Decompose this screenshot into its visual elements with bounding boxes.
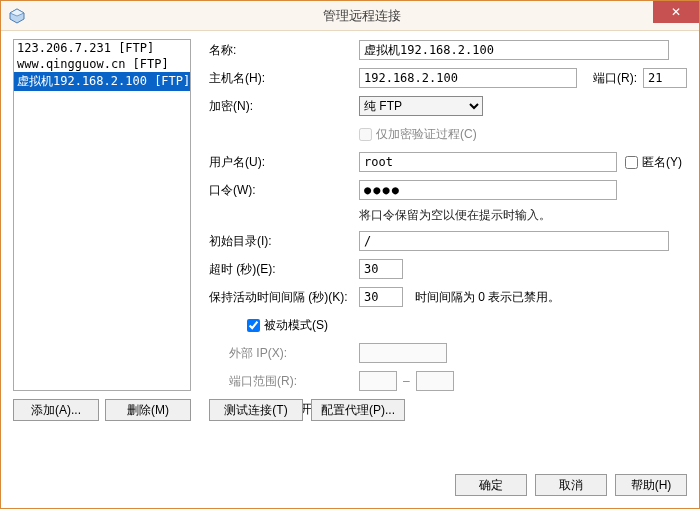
label-initdir: 初始目录(I): [209, 233, 359, 250]
timeout-input[interactable] [359, 259, 403, 279]
list-item[interactable]: www.qingguow.cn [FTP] [14, 56, 190, 72]
keepalive-input[interactable] [359, 287, 403, 307]
label-password: 口令(W): [209, 182, 359, 199]
portrange-from-input [359, 371, 397, 391]
label-host: 主机名(H): [209, 70, 359, 87]
close-icon: ✕ [671, 5, 681, 19]
passive-check[interactable] [247, 319, 260, 332]
anonymous-check[interactable] [625, 156, 638, 169]
encryption-select[interactable]: 纯 FTP [359, 96, 483, 116]
form-panel: 名称: 主机名(H): 端口(R): 加密(N): 纯 FTP 仅加密验证 [209, 39, 687, 426]
passive-checkbox[interactable]: 被动模式(S) [247, 317, 328, 334]
password-hint: 将口令保留为空以便在提示时输入。 [359, 207, 687, 224]
connection-list[interactable]: 123.206.7.231 [FTP]www.qingguow.cn [FTP]… [13, 39, 191, 391]
cancel-button[interactable]: 取消 [535, 474, 607, 496]
username-input[interactable] [359, 152, 617, 172]
name-input[interactable] [359, 40, 669, 60]
dialog-window: 管理远程连接 ✕ 123.206.7.231 [FTP]www.qingguow… [0, 0, 700, 509]
titlebar: 管理远程连接 ✕ [1, 1, 699, 31]
port-input[interactable] [643, 68, 687, 88]
initdir-input[interactable] [359, 231, 669, 251]
keepalive-hint: 时间间隔为 0 表示已禁用。 [415, 289, 560, 306]
list-item[interactable]: 虚拟机192.168.2.100 [FTP] [14, 72, 190, 91]
window-title: 管理远程连接 [25, 7, 699, 25]
label-username: 用户名(U): [209, 154, 359, 171]
label-name: 名称: [209, 42, 359, 59]
configure-proxy-button[interactable]: 配置代理(P)... [311, 399, 405, 421]
only-encrypt-auth-checkbox[interactable]: 仅加密验证过程(C) [359, 126, 477, 143]
ok-button[interactable]: 确定 [455, 474, 527, 496]
extip-input [359, 343, 447, 363]
delete-button[interactable]: 删除(M) [105, 399, 191, 421]
close-button[interactable]: ✕ [653, 1, 699, 23]
portrange-to-input [416, 371, 454, 391]
dialog-buttons: 确定 取消 帮助(H) [455, 474, 687, 496]
label-port: 端口(R): [577, 70, 643, 87]
test-connection-button[interactable]: 测试连接(T) [209, 399, 303, 421]
anonymous-checkbox[interactable]: 匿名(Y) [625, 154, 682, 171]
content-area: 123.206.7.231 [FTP]www.qingguow.cn [FTP]… [13, 39, 687, 496]
add-button[interactable]: 添加(A)... [13, 399, 99, 421]
label-keepalive: 保持活动时间间隔 (秒)(K): [209, 289, 359, 306]
password-input[interactable] [359, 180, 617, 200]
range-dash: – [403, 374, 410, 388]
label-extip: 外部 IP(X): [209, 345, 359, 362]
label-portrange: 端口范围(R): [209, 373, 359, 390]
label-encryption: 加密(N): [209, 98, 359, 115]
host-input[interactable] [359, 68, 577, 88]
app-icon [9, 8, 25, 24]
help-button[interactable]: 帮助(H) [615, 474, 687, 496]
label-timeout: 超时 (秒)(E): [209, 261, 359, 278]
list-item[interactable]: 123.206.7.231 [FTP] [14, 40, 190, 56]
only-encrypt-auth-check[interactable] [359, 128, 372, 141]
